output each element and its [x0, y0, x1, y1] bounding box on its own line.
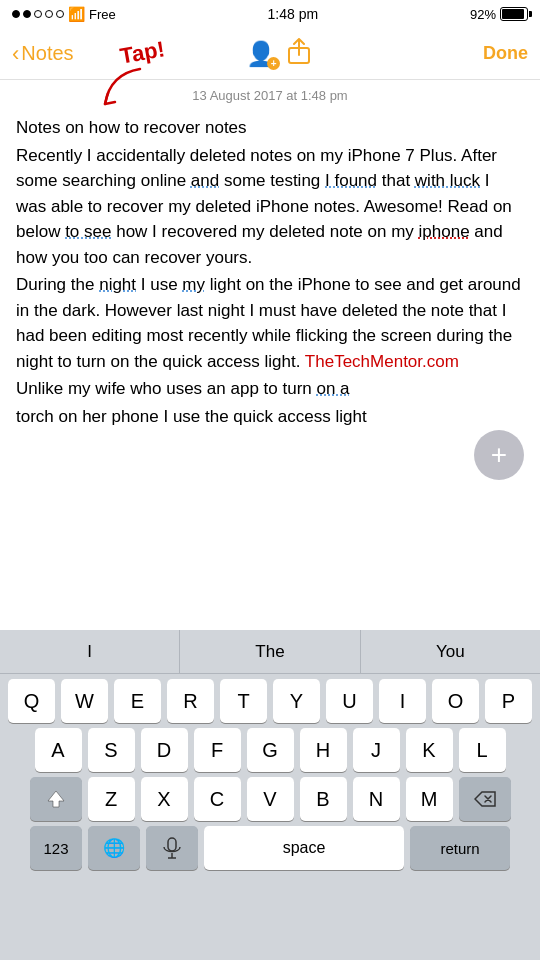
key-h[interactable]: H	[300, 728, 347, 772]
battery-icon	[500, 7, 528, 21]
note-line-5: torch on her phone I use the quick acces…	[16, 404, 524, 430]
predictive-row: I The You	[0, 630, 540, 674]
globe-key[interactable]: 🌐	[88, 826, 140, 870]
keyboard-bottom-row: 123 🌐 space return	[0, 821, 540, 870]
status-left: 📶 Free	[12, 6, 116, 22]
key-n[interactable]: N	[353, 777, 400, 821]
numbers-label: 123	[43, 840, 68, 857]
key-f[interactable]: F	[194, 728, 241, 772]
share-icon	[288, 38, 310, 64]
key-u[interactable]: U	[326, 679, 373, 723]
battery-percent: 92%	[470, 7, 496, 22]
carrier-label: Free	[89, 7, 116, 22]
delete-icon	[474, 791, 496, 807]
keyboard: I The You Q W E R T Y U I O P A S D F G …	[0, 630, 540, 960]
key-v[interactable]: V	[247, 777, 294, 821]
status-bar: 📶 Free 1:48 pm 92%	[0, 0, 540, 28]
key-l[interactable]: L	[459, 728, 506, 772]
done-button[interactable]: Done	[483, 43, 528, 64]
key-k[interactable]: K	[406, 728, 453, 772]
key-s[interactable]: S	[88, 728, 135, 772]
svg-rect-1	[168, 838, 176, 851]
dot-3	[34, 10, 42, 18]
space-key[interactable]: space	[204, 826, 404, 870]
note-date: 13 August 2017 at 1:48 pm	[0, 80, 540, 107]
key-c[interactable]: C	[194, 777, 241, 821]
predictive-item-you[interactable]: You	[361, 630, 540, 673]
share-button[interactable]	[288, 38, 310, 69]
key-r[interactable]: R	[167, 679, 214, 723]
key-o[interactable]: O	[432, 679, 479, 723]
return-label: return	[440, 840, 479, 857]
dot-5	[56, 10, 64, 18]
key-w[interactable]: W	[61, 679, 108, 723]
underline-on-a: on a	[316, 379, 349, 398]
return-key[interactable]: return	[410, 826, 510, 870]
plus-badge: +	[267, 57, 280, 70]
dot-2	[23, 10, 31, 18]
dot-4	[45, 10, 53, 18]
signal-dots	[12, 10, 64, 18]
key-e[interactable]: E	[114, 679, 161, 723]
note-line-1: Notes on how to recover notes	[16, 115, 524, 141]
key-b[interactable]: B	[300, 777, 347, 821]
key-y[interactable]: Y	[273, 679, 320, 723]
space-label: space	[283, 839, 326, 857]
wifi-icon: 📶	[68, 6, 85, 22]
delete-key[interactable]	[459, 777, 511, 821]
keyboard-row-1: Q W E R T Y U I O P	[0, 674, 540, 723]
status-time: 1:48 pm	[268, 6, 319, 22]
underline-and: and	[191, 171, 219, 190]
underline-iphone: iphone	[419, 222, 470, 241]
underline-to-see: to see	[65, 222, 111, 241]
key-i[interactable]: I	[379, 679, 426, 723]
key-z[interactable]: Z	[88, 777, 135, 821]
mic-key[interactable]	[146, 826, 198, 870]
predictive-item-i[interactable]: I	[0, 630, 180, 673]
key-g[interactable]: G	[247, 728, 294, 772]
underline-night: night	[99, 275, 136, 294]
back-button[interactable]: ‹ Notes	[12, 42, 74, 65]
note-line-2: Recently I accidentally deleted notes on…	[16, 143, 524, 271]
nav-bar: ‹ Notes 👤 + Done	[0, 28, 540, 80]
predictive-item-the[interactable]: The	[180, 630, 360, 673]
note-line-3: During the night I use my light on the i…	[16, 272, 524, 374]
globe-icon: 🌐	[103, 837, 125, 859]
key-q[interactable]: Q	[8, 679, 55, 723]
note-line-4: Unlike my wife who uses an app to turn o…	[16, 376, 524, 402]
fab-plus-icon: +	[491, 439, 507, 471]
key-m[interactable]: M	[406, 777, 453, 821]
key-p[interactable]: P	[485, 679, 532, 723]
note-content[interactable]: Notes on how to recover notes Recently I…	[0, 107, 540, 597]
fab-add-button[interactable]: +	[474, 430, 524, 480]
key-x[interactable]: X	[141, 777, 188, 821]
add-person-button[interactable]: 👤 +	[246, 40, 276, 68]
back-label: Notes	[21, 42, 73, 65]
keyboard-row-3: Z X C V B N M	[0, 772, 540, 821]
key-a[interactable]: A	[35, 728, 82, 772]
dot-1	[12, 10, 20, 18]
brand-text: TheTechMentor.com	[305, 352, 459, 371]
key-t[interactable]: T	[220, 679, 267, 723]
shift-key[interactable]	[30, 777, 82, 821]
shift-icon	[46, 789, 66, 809]
numbers-key[interactable]: 123	[30, 826, 82, 870]
underline-with-luck: with luck	[415, 171, 480, 190]
key-j[interactable]: J	[353, 728, 400, 772]
key-d[interactable]: D	[141, 728, 188, 772]
status-right: 92%	[470, 7, 528, 22]
chevron-left-icon: ‹	[12, 43, 19, 65]
keyboard-row-2: A S D F G H J K L	[0, 723, 540, 772]
mic-icon	[163, 837, 181, 859]
underline-my: my	[182, 275, 205, 294]
underline-found: I found	[325, 171, 377, 190]
nav-center-icons: 👤 +	[246, 38, 310, 69]
battery-fill	[502, 9, 524, 19]
